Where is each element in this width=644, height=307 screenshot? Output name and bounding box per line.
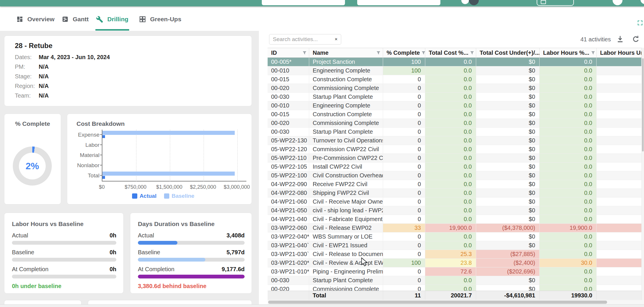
horizontal-scrollbar[interactable] <box>268 300 644 304</box>
column-header-label: Labor Hours %... <box>543 50 589 56</box>
column-header[interactable]: Total Cost Under(+)/... <box>476 48 540 57</box>
tab-gantt[interactable]: Gantt <box>62 13 89 25</box>
table-row[interactable]: 04-WP21-050civil - ship long lead - FWP2… <box>268 206 642 215</box>
table-row[interactable]: 05-WP22-100Civil Construction Overhead .… <box>268 171 642 180</box>
vertical-scrollbar[interactable] <box>642 48 644 300</box>
user-avatar[interactable] <box>469 0 479 5</box>
legend-item: Baseline <box>164 193 194 199</box>
table-cell: 0 <box>383 128 425 136</box>
filter-icon[interactable] <box>421 51 425 55</box>
table-cell: Total <box>309 291 383 300</box>
table-row[interactable]: 05-WP22-110Pre-Commission CWP22 Civil00.… <box>268 154 642 163</box>
table-cell: 00-030 <box>268 128 309 136</box>
topbar-circle-button[interactable] <box>613 0 622 5</box>
table-cell: Install CWP22 Civil <box>309 163 383 171</box>
table-cell: Civil - Release EWP02 <box>309 224 383 232</box>
column-header[interactable]: Labor Hours Und... <box>597 48 642 57</box>
filter-icon[interactable] <box>303 51 307 55</box>
days-status-note: 3,380.6d behind baseline <box>138 283 207 290</box>
progress-bar <box>138 275 245 278</box>
filter-icon[interactable] <box>591 51 595 55</box>
table-row[interactable]: 00-015Construction Complete00.0$00.0 <box>268 75 642 84</box>
actual-bar <box>102 135 105 138</box>
refresh-icon[interactable] <box>632 35 640 43</box>
table-cell: 00-015 <box>268 110 309 119</box>
column-header[interactable]: Labor Hours %... <box>540 48 597 57</box>
table-row[interactable]: 03-WP21-030`Civil - Release to Document … <box>268 250 642 259</box>
table-cell: 72.6 <box>425 267 476 276</box>
table-cell: 19,900.0 <box>425 224 476 232</box>
table-row[interactable]: 00-030Startup Plant Complete00.0$00.0 <box>268 93 642 101</box>
table-row[interactable]: 03-WP22-040*WBS Summary or LOE00.0$00.0 <box>268 232 642 241</box>
column-header[interactable]: Name <box>309 48 383 57</box>
table-row[interactable]: 00-020Commissioning Complete00.0$00.0 <box>268 119 642 128</box>
horizontal-scrollbar-thumb[interactable] <box>268 301 607 304</box>
table-row[interactable]: 03-WP21-020*Civil - Review & Accept EW..… <box>268 259 642 267</box>
stat-label: At Completion <box>12 266 49 273</box>
table-row[interactable]: 00-030Startup Plant Complete00.0$00.0 <box>268 276 642 285</box>
stat-label: Actual <box>138 232 154 239</box>
tab-green-ups[interactable]: Green-Ups <box>139 13 181 25</box>
box-icon <box>541 0 546 4</box>
topbar-edge-button[interactable] <box>641 0 644 4</box>
table-cell: 05-WP22-105 <box>268 163 309 171</box>
table-row[interactable]: 00-015Construction Complete00.0$00.0 <box>268 110 642 119</box>
table-row[interactable]: 05-WP22-105Install CWP22 Civil00.0$00.0 <box>268 163 642 171</box>
topbar-outline-button[interactable] <box>537 0 574 6</box>
table-row[interactable]: 00-030Startup Plant Complete00.0$00.0 <box>268 128 642 136</box>
field-label: Region: <box>15 83 35 89</box>
table-cell: 0.0 <box>425 197 476 206</box>
table-row[interactable]: 04-WP21-040Civil - Fabricate Equipment .… <box>268 215 642 224</box>
filter-icon[interactable] <box>470 51 474 55</box>
table-row[interactable]: 05-WP22-130Turnover to Civil Operations … <box>268 136 642 145</box>
table-cell: 0.0 <box>540 267 597 276</box>
tab-label: Drilling <box>107 16 128 23</box>
table-row[interactable]: 04-WP22-090Receive FWP22 Civil00.0$00.0 <box>268 180 642 189</box>
tab-overview[interactable]: Overview <box>16 13 54 25</box>
table-cell: 0 <box>383 250 425 258</box>
table-row[interactable]: 03-WP21-040`Civil - EWP21 Issued00.0$00.… <box>268 241 642 250</box>
stat-label: Baseline <box>138 249 160 256</box>
search-input[interactable] <box>269 34 332 45</box>
table-cell: $0 <box>476 119 540 127</box>
clear-search-button[interactable]: × <box>331 34 341 45</box>
toggle-switch[interactable] <box>461 0 469 4</box>
fullscreen-icon[interactable] <box>637 20 643 26</box>
table-row[interactable]: 00-010Engineering Complete1000.0$00.0 <box>268 66 642 75</box>
table-row[interactable]: 04-WP22-080Shipping FWP22 Civil00.0$00.0 <box>268 189 642 197</box>
table-row[interactable]: 00-020Commissioning Complete00.0$00.0 <box>268 84 642 93</box>
table-cell: 0.0 <box>540 136 597 145</box>
table-cell: 0.0 <box>425 66 476 75</box>
table-cell: ($4,378,000) <box>476 224 540 232</box>
table-row[interactable]: 05-WP22-120Commission CWP22 Civil00.0$00… <box>268 145 642 154</box>
topbar-filter-input[interactable] <box>357 0 440 5</box>
cost-breakdown-chart: ExpenseLaborMaterialNonlaborTotal$0$750,… <box>75 128 251 201</box>
download-icon[interactable] <box>616 35 624 43</box>
table-cell: $0 <box>476 163 540 171</box>
table-row[interactable]: 00-005*Project Sanction1000.0$00.0 <box>268 58 642 66</box>
table-cell <box>597 259 642 267</box>
column-header[interactable]: Total Cost %... <box>425 48 476 57</box>
table-cell: 05-WP22-120 <box>268 145 309 154</box>
topbar-search-input[interactable] <box>262 0 345 5</box>
x-tick-label: $3,000,000 <box>221 184 253 190</box>
table-cell <box>597 224 642 232</box>
table-cell: 0.0 <box>540 119 597 127</box>
vertical-scrollbar-thumb[interactable] <box>642 58 644 151</box>
table-row[interactable]: 00-020Commissioning Complete00.0$00.0 <box>268 285 642 291</box>
table-row[interactable]: 00-010Engineering Complete00.0$00.0 <box>268 101 642 110</box>
percent-complete-donut: 2% <box>13 147 52 186</box>
table-cell: $0 <box>476 206 540 215</box>
column-header[interactable]: % Complete <box>383 48 425 57</box>
table-cell: Civil - Fabricate Equipment ... <box>309 215 383 223</box>
table-cell: Commissioning Complete <box>309 84 383 92</box>
filter-icon[interactable] <box>376 51 380 55</box>
tab-drilling[interactable]: Drilling <box>96 13 128 25</box>
table-cell: ($2,400) <box>476 259 540 267</box>
table-row[interactable]: 03-WP22-060Civil - Release EWP023319,900… <box>268 224 642 232</box>
table-cell: 100 <box>383 66 425 75</box>
table-row[interactable]: 03-WP21-010*Piping - Engineering Prelimi… <box>268 267 642 276</box>
column-header[interactable]: ID <box>268 48 309 57</box>
table-row[interactable]: 04-WP21-060Civil - Receive Major Owner .… <box>268 197 642 206</box>
table-cell: 03-WP22-060 <box>268 224 309 232</box>
